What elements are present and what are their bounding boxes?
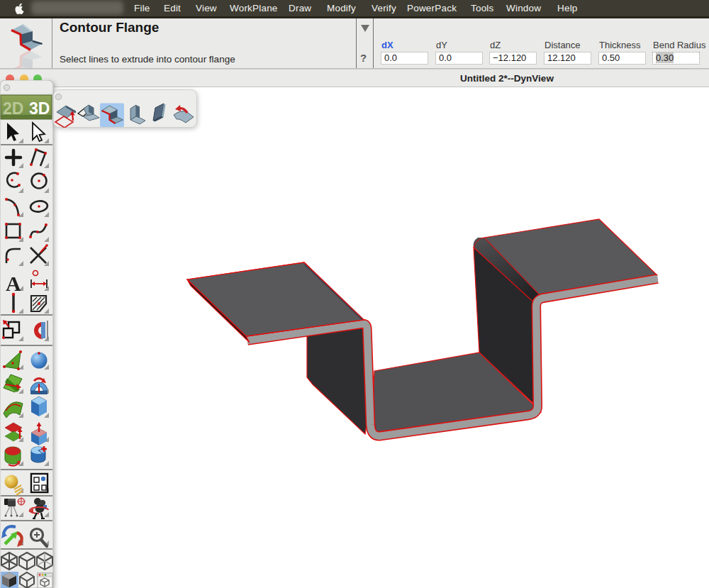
svg-text:3D: 3D — [29, 99, 50, 118]
svg-text:2D: 2D — [3, 99, 23, 118]
svg-text:A: A — [6, 272, 21, 295]
